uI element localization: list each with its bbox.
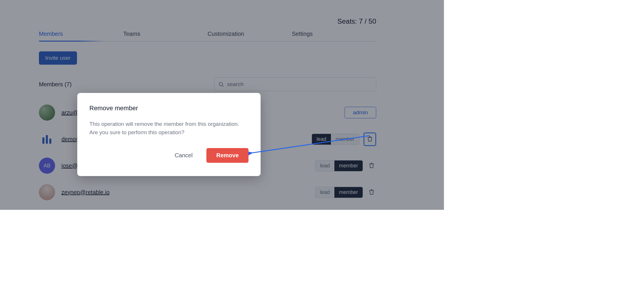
page-root: Seats: 7 / 50 Members Teams Customizatio…	[0, 0, 444, 210]
modal-actions: Cancel Remove	[89, 148, 248, 163]
cancel-button[interactable]: Cancel	[175, 152, 193, 159]
remove-member-modal: Remove member This operation will remove…	[77, 93, 261, 176]
modal-body-text: This operation will remove the member fr…	[89, 120, 248, 137]
modal-title: Remove member	[89, 104, 248, 112]
remove-confirm-button[interactable]: Remove	[206, 148, 248, 163]
